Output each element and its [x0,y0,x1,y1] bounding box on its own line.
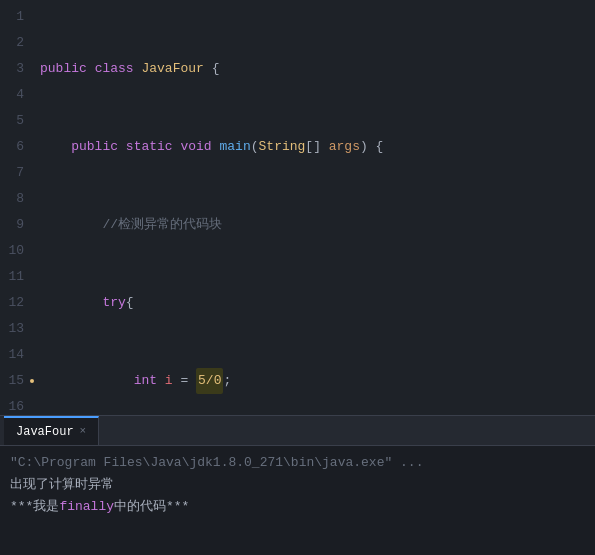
code-line-1: public class JavaFour { [40,56,595,82]
tab-label: JavaFour [16,425,74,439]
output-line-1: "C:\Program Files\Java\jdk1.8.0_271\bin\… [10,452,585,474]
line-numbers: 1 2 3 4 5 6 7 8 9 10 11 12 13 14 15 16 [0,0,30,415]
tab-javafour[interactable]: JavaFour × [4,416,99,445]
bottom-panel: JavaFour × "C:\Program Files\Java\jdk1.8… [0,415,595,555]
code-content: public class JavaFour { public static vo… [30,0,595,415]
code-line-3: //检测异常的代码块 [40,212,595,238]
output-line-3: ***我是finally中的代码*** [10,496,585,518]
finally-keyword: finally [59,499,114,514]
code-editor[interactable]: 1 2 3 4 5 6 7 8 9 10 11 12 13 14 15 16 p… [0,0,595,415]
output-line-2: 出现了计算时异常 [10,474,585,496]
code-line-4: try{ [40,290,595,316]
panel-tabs: JavaFour × [0,416,595,446]
code-line-5: int i = 5/0; [40,368,595,394]
panel-output: "C:\Program Files\Java\jdk1.8.0_271\bin\… [0,446,595,555]
code-line-2: public static void main(String[] args) { [40,134,595,160]
tab-close-button[interactable]: × [80,426,87,437]
